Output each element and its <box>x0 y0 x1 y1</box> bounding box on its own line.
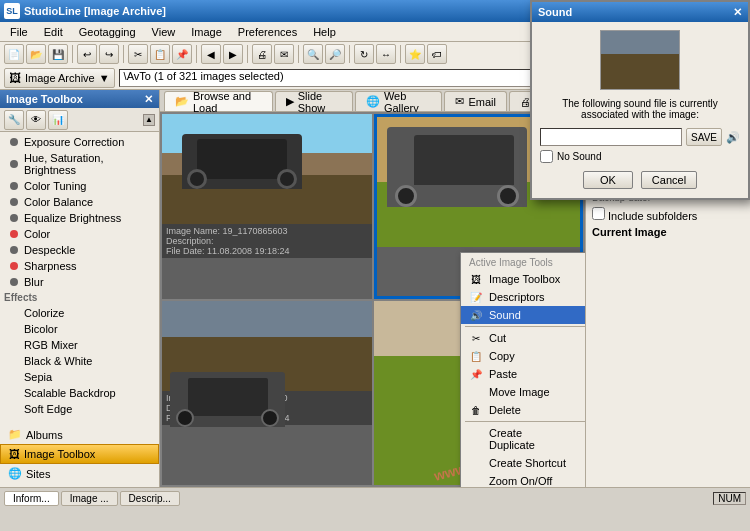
toolbox-tb-btn1[interactable]: 🔧 <box>4 110 24 130</box>
ctx-descriptors[interactable]: 📝 Descriptors (Ctrl+D) <box>461 288 585 306</box>
tool-sharpness[interactable]: Sharpness <box>0 258 159 274</box>
archive-label: Image Archive <box>25 72 95 84</box>
tool-color[interactable]: Color <box>0 226 159 242</box>
menu-preferences[interactable]: Preferences <box>230 24 305 40</box>
effect-colorize[interactable]: Colorize <box>0 305 159 321</box>
app-icon: SL <box>4 3 20 19</box>
image-desc-1: Description: <box>166 236 368 246</box>
menu-geotagging[interactable]: Geotagging <box>71 24 144 40</box>
image-info-1: Image Name: 19_1170865603 Description: F… <box>162 224 372 258</box>
copy-btn[interactable]: 📋 <box>150 44 170 64</box>
prev-btn[interactable]: ◀ <box>201 44 221 64</box>
dialog-ok-button[interactable]: OK <box>583 171 633 189</box>
archive-dropdown[interactable]: 🖼 Image Archive ▼ <box>4 68 115 88</box>
bottom-tab-inform[interactable]: Inform... <box>4 491 59 506</box>
next-btn[interactable]: ▶ <box>223 44 243 64</box>
tool-dot <box>10 278 18 286</box>
nav-albums[interactable]: 📁 Albums <box>0 425 159 444</box>
email-btn[interactable]: ✉ <box>274 44 294 64</box>
effect-softedge[interactable]: Soft Edge <box>0 401 159 417</box>
image-cell-1[interactable]: Image Name: 19_1170865603 Description: F… <box>162 114 372 299</box>
tab-email[interactable]: ✉ Email <box>444 91 507 111</box>
ctx-shortcut[interactable]: Create Shortcut (Alt+Drag) <box>461 454 585 472</box>
ctx-delete[interactable]: 🗑 Delete (Del) <box>461 401 585 419</box>
save-btn[interactable]: 💾 <box>48 44 68 64</box>
effect-bicolor[interactable]: Bicolor <box>0 321 159 337</box>
toolbox-toolbar: 🔧 👁 📊 ▲ <box>0 108 159 132</box>
tool-dot <box>10 138 18 146</box>
tool-hue[interactable]: Hue, Saturation, Brightness <box>0 150 159 178</box>
paste-btn[interactable]: 📌 <box>172 44 192 64</box>
star-btn[interactable]: ⭐ <box>405 44 425 64</box>
nav-imagetoolbox[interactable]: 🖼 Image Toolbox <box>0 444 159 464</box>
menu-edit[interactable]: Edit <box>36 24 71 40</box>
sep7 <box>400 45 401 63</box>
tool-label: Equalize Brightness <box>24 212 121 224</box>
image-cell-3[interactable]: Image Name: 19_1170865700 Description: F… <box>162 301 372 486</box>
tab-slideshow[interactable]: ▶ Slide Show <box>275 91 353 111</box>
ctx-zoom[interactable]: Zoom On/Off (Ctrl+S) <box>461 472 585 487</box>
ctx-sound[interactable]: 🔊 Sound ▶ Add Sound Set Sound File <box>461 306 585 324</box>
effect-bw[interactable]: Black & White <box>0 353 159 369</box>
tool-label: Exposure Correction <box>24 136 124 148</box>
flip-btn[interactable]: ↔ <box>376 44 396 64</box>
tool-despeckle[interactable]: Despeckle <box>0 242 159 258</box>
toolbox-scroll-up[interactable]: ▲ <box>143 114 155 126</box>
rotate-btn[interactable]: ↻ <box>354 44 374 64</box>
tool-exposure[interactable]: Exposure Correction <box>0 134 159 150</box>
tool-equalize[interactable]: Equalize Brightness <box>0 210 159 226</box>
effect-sepia[interactable]: Sepia <box>0 369 159 385</box>
no-sound-cb[interactable] <box>540 150 553 163</box>
ctx-copy[interactable]: 📋 Copy (Ctrl+C) <box>461 347 585 365</box>
toolbox-close-icon[interactable]: ✕ <box>144 93 153 106</box>
menu-image[interactable]: Image <box>183 24 230 40</box>
ctx-section-header: Active Image Tools <box>461 255 585 270</box>
tab-webgallery[interactable]: 🌐 Web Gallery <box>355 91 443 111</box>
tool-label: Sharpness <box>24 260 77 272</box>
tool-colortuning[interactable]: Color Tuning <box>0 178 159 194</box>
toolbox-tb-btn3[interactable]: 📊 <box>48 110 68 130</box>
menu-file[interactable]: File <box>2 24 36 40</box>
sound-file-input[interactable] <box>540 128 682 146</box>
nav-sites[interactable]: 🌐 Sites <box>0 464 159 483</box>
image-thumb-1 <box>162 114 372 224</box>
effect-label: Scalable Backdrop <box>24 387 116 399</box>
ctx-paste[interactable]: 📌 Paste (Ctrl+V) <box>461 365 585 383</box>
tool-label: Color Balance <box>24 196 93 208</box>
include-subfolders-label: Include subfolders <box>608 210 697 222</box>
bottom-tab-descrip[interactable]: Descrip... <box>120 491 180 506</box>
sep2 <box>123 45 124 63</box>
zoom-btn[interactable]: 🔎 <box>325 44 345 64</box>
ctx-cut[interactable]: ✂ Cut (Ctrl+X) <box>461 329 585 347</box>
include-subfolders-cb[interactable] <box>592 207 605 220</box>
save-sound-btn[interactable]: SAVE <box>686 128 722 146</box>
dialog-input-row: SAVE 🔊 <box>540 128 740 146</box>
tool-blur[interactable]: Blur <box>0 274 159 290</box>
toolbox-tb-btn2[interactable]: 👁 <box>26 110 46 130</box>
undo-btn[interactable]: ↩ <box>77 44 97 64</box>
window-title: StudioLine [Image Archive] <box>24 5 166 17</box>
tool-colorbalance[interactable]: Color Balance <box>0 194 159 210</box>
new-btn[interactable]: 📄 <box>4 44 24 64</box>
menu-view[interactable]: View <box>144 24 184 40</box>
search-btn[interactable]: 🔍 <box>303 44 323 64</box>
ctx-imagetoolbox[interactable]: 🖼 Image Toolbox (Ctrl+I) <box>461 270 585 288</box>
bottom-tab-image[interactable]: Image ... <box>61 491 118 506</box>
ctx-delete-icon: 🗑 <box>469 403 483 417</box>
dialog-close-icon[interactable]: ✕ <box>733 6 742 19</box>
cut-btn[interactable]: ✂ <box>128 44 148 64</box>
redo-btn[interactable]: ↪ <box>99 44 119 64</box>
ctx-moveimage[interactable]: Move Image <box>461 383 585 401</box>
ctx-duplicate[interactable]: Create Duplicate (Ctrl+Drag) <box>461 424 585 454</box>
tab-browse[interactable]: 📂 Browse and Load <box>164 91 273 111</box>
effect-rgbmixer[interactable]: RGB Mixer <box>0 337 159 353</box>
effect-scalable[interactable]: Scalable Backdrop <box>0 385 159 401</box>
bottom-right: NUM <box>713 492 746 505</box>
label-btn[interactable]: 🏷 <box>427 44 447 64</box>
open-btn[interactable]: 📂 <box>26 44 46 64</box>
dialog-cancel-button[interactable]: Cancel <box>641 171 697 189</box>
speaker-icon: 🔊 <box>726 131 740 144</box>
ctx-label: Create Shortcut <box>489 457 566 469</box>
print-btn[interactable]: 🖨 <box>252 44 272 64</box>
menu-help[interactable]: Help <box>305 24 344 40</box>
